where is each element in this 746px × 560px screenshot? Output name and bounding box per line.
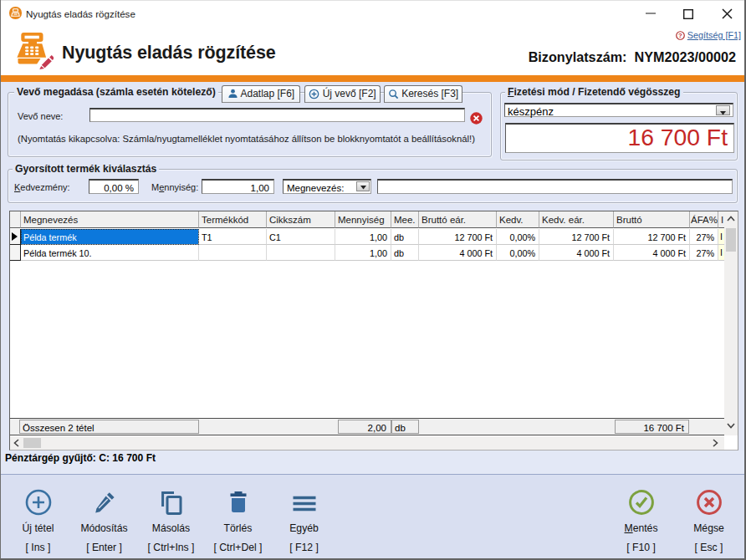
svg-text:?: ? bbox=[678, 32, 682, 39]
